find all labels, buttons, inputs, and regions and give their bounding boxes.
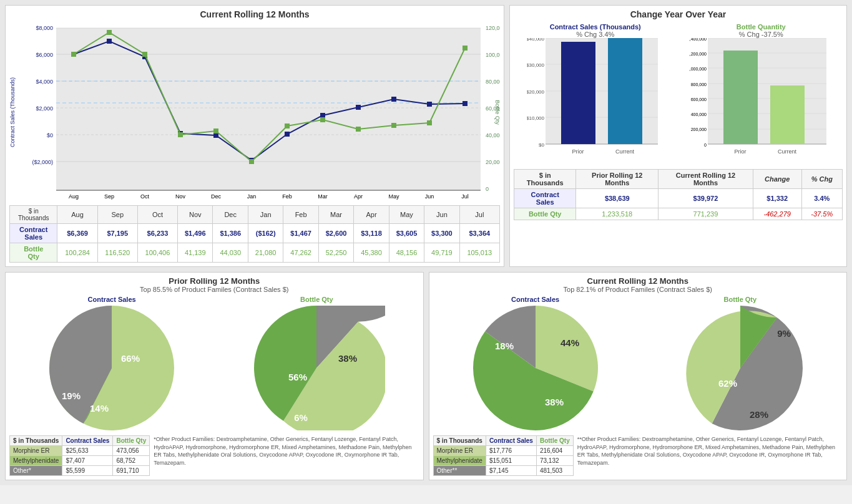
cs-dec: $1,386 (213, 224, 248, 243)
svg-text:May: May (388, 193, 399, 200)
current-cs-pie-svg: 44% 38% 18% (467, 306, 604, 430)
th-jun: Jun (424, 206, 459, 224)
bq-jul: 105,013 (459, 243, 499, 263)
svg-text:$0: $0 (539, 142, 544, 148)
svg-text:6%: 6% (295, 412, 308, 423)
th-label: $ inThousands (10, 206, 57, 224)
yoy-bq-svg: 1,400,000 1,200,000 1,000,000 800,000 60… (689, 38, 833, 163)
th-feb: Feb (283, 206, 318, 224)
prior-other-cs: $5,599 (62, 466, 113, 476)
svg-text:$6,000: $6,000 (36, 52, 53, 58)
yoy-table: $ inThousands Prior Rolling 12Months Cur… (514, 169, 843, 220)
current-th-cs: Contract Sales (486, 436, 536, 446)
svg-text:Current: Current (615, 148, 635, 155)
svg-text:100,000: 100,000 (486, 52, 500, 58)
svg-rect-55 (320, 117, 325, 122)
prior-th-label: $ in Thousands (10, 436, 62, 446)
svg-text:Jan: Jan (247, 193, 257, 200)
yoy-cs-svg: $40,000 $30,000 $20,000 $10,000 $0 Prior… (527, 38, 664, 163)
yoy-header-row: $ inThousands Prior Rolling 12Months Cur… (514, 170, 843, 189)
svg-text:40,000: 40,000 (486, 132, 500, 138)
yoy-cs-current: $39,972 (659, 189, 753, 208)
current-bq-pie-svg: 62% 28% 9% (672, 306, 809, 430)
cs-oct: $6,233 (137, 224, 177, 243)
prior-th-cs: Contract Sales (62, 436, 113, 446)
current-pie-subtitle: Top 82.1% of Product Familes (Contract S… (433, 286, 843, 293)
svg-rect-42 (285, 132, 290, 137)
svg-rect-92 (723, 51, 758, 144)
svg-text:Current: Current (778, 148, 797, 155)
svg-rect-57 (391, 123, 396, 128)
svg-text:Sep: Sep (104, 193, 114, 200)
top-row: Current Rolling 12 Months Contract Sales… (5, 5, 847, 267)
yoy-cs-pct: 3.4% (801, 189, 842, 208)
svg-text:$30,000: $30,000 (527, 62, 545, 68)
svg-rect-54 (285, 124, 290, 128)
svg-text:$4,000: $4,000 (36, 79, 53, 85)
right-chart-title: Change Year Over Year (514, 9, 843, 19)
left-chart-title: Current Rolling 12 Months (9, 9, 500, 19)
th-mar: Mar (318, 206, 353, 224)
bq-dec: 44,030 (213, 243, 248, 263)
right-axis-label: Bottle Qty (494, 100, 501, 125)
current-other-row: Other** $7,145 481,503 (433, 466, 573, 476)
yoy-bq-current: 771,239 (659, 208, 753, 220)
svg-text:$2,000: $2,000 (36, 105, 53, 112)
cs-aug: $6,369 (57, 224, 97, 243)
left-axis-label: Contract Sales (Thousands) (9, 22, 18, 203)
bq-label: BottleQty (10, 243, 57, 263)
svg-rect-37 (107, 39, 112, 44)
svg-text:56%: 56% (288, 372, 307, 382)
current-cs-pie-label: Contract Sales (433, 296, 638, 303)
prior-methyl-row: Methylphenidate $7,407 68,752 (10, 456, 150, 466)
current-other-label: Other** (433, 466, 486, 476)
svg-text:$0: $0 (47, 132, 53, 138)
current-other-bq: 481,503 (536, 466, 573, 476)
th-jul: Jul (459, 206, 499, 224)
svg-text:1,400,000: 1,400,000 (689, 38, 707, 41)
cs-jul: $3,364 (459, 224, 499, 243)
svg-text:18%: 18% (495, 341, 514, 351)
cs-label: ContractSales (10, 224, 57, 243)
prior-morphine-label: Morphine ER (10, 446, 62, 456)
prior-morphine-row: Morphine ER $25,633 473,056 (10, 446, 150, 456)
prior-footnote: *Other Product Families: Dextroamphetami… (154, 435, 419, 467)
prior-methyl-cs: $7,407 (62, 456, 113, 466)
yoy-bq-row-label: Bottle Qty (514, 208, 576, 220)
svg-text:120,000: 120,000 (486, 25, 500, 31)
svg-rect-46 (427, 102, 432, 107)
yoy-cs-row: ContractSales $38,639 $39,972 $1,332 3.4… (514, 189, 843, 208)
yoy-cs-prior: $38,639 (576, 189, 659, 208)
cs-jan: ($162) (248, 224, 283, 243)
svg-rect-47 (463, 101, 468, 106)
svg-rect-51 (178, 132, 183, 137)
prior-pie-section: Prior Rolling 12 Months Top 85.5% of Pro… (5, 272, 424, 480)
prior-other-label: Other* (10, 466, 62, 476)
cs-mar: $2,600 (318, 224, 353, 243)
prior-other-bq: 691,710 (113, 466, 150, 476)
svg-rect-0 (56, 28, 481, 190)
current-methyl-row: Methylphenidate $15,051 73,132 (433, 456, 573, 466)
prior-pie-charts-row: Contract Sales 66% 19% 14% (9, 296, 419, 432)
svg-text:$8,000: $8,000 (36, 25, 53, 31)
svg-text:38%: 38% (545, 397, 564, 407)
svg-text:$10,000: $10,000 (527, 115, 545, 121)
svg-text:Mar: Mar (318, 193, 328, 200)
bq-oct: 100,406 (137, 243, 177, 263)
prior-pie-subtitle: Top 85.5% of Product Familes (Contract S… (9, 286, 419, 293)
yoy-bq-prior: 1,233,518 (576, 208, 659, 220)
svg-rect-58 (427, 120, 432, 125)
prior-pie-bottom: $ in Thousands Contract Sales Bottle Qty… (9, 435, 419, 476)
prior-data-table: $ in Thousands Contract Sales Bottle Qty… (9, 435, 150, 476)
current-footnote: **Other Product Families: Dextroamphetam… (577, 435, 843, 467)
bq-feb: 47,262 (283, 243, 318, 263)
prior-cs-pie-label: Contract Sales (9, 296, 214, 303)
svg-rect-59 (463, 46, 468, 51)
bq-apr: 45,380 (354, 243, 389, 263)
cs-sep: $7,195 (97, 224, 137, 243)
th-dec: Dec (213, 206, 248, 224)
svg-text:800,000: 800,000 (691, 82, 707, 87)
left-chart-panel: Current Rolling 12 Months Contract Sales… (5, 5, 504, 267)
current-morphine-bq: 216,604 (536, 446, 573, 456)
prior-cs-pie-container: Contract Sales 66% 19% 14% (9, 296, 214, 432)
